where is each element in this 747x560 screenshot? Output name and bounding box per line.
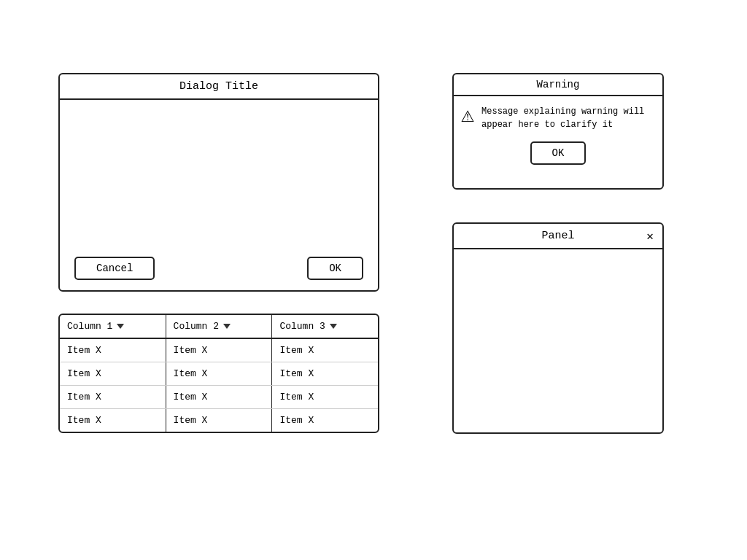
- table-cell-3-0: Item X: [60, 409, 166, 432]
- dialog-title: Dialog Title: [179, 80, 258, 93]
- page-container: Dialog Title Cancel OK Warning ⚠ Message…: [0, 0, 747, 560]
- column1-sort-icon[interactable]: [117, 324, 124, 329]
- panel-title: Panel: [541, 230, 574, 242]
- table-header-row: Column 1 Column 2 Column 3: [60, 315, 378, 338]
- panel-title-bar: Panel ✕: [454, 224, 662, 249]
- cancel-button[interactable]: Cancel: [74, 257, 155, 280]
- warning-icon: ⚠: [461, 105, 474, 127]
- table-row: Item XItem XItem X: [60, 362, 378, 386]
- table-cell-1-2: Item X: [272, 362, 378, 386]
- warning-ok-button[interactable]: OK: [530, 141, 587, 165]
- dialog: Dialog Title Cancel OK: [58, 73, 379, 292]
- dialog-title-bar: Dialog Title: [60, 74, 378, 100]
- ok-button[interactable]: OK: [307, 257, 363, 280]
- table-row: Item XItem XItem X: [60, 338, 378, 362]
- panel: Panel ✕: [452, 222, 664, 434]
- table-cell-2-0: Item X: [60, 386, 166, 409]
- table-cell-3-1: Item X: [166, 409, 272, 432]
- table-body: Item XItem XItem XItem XItem XItem XItem…: [60, 338, 378, 432]
- table-container: Column 1 Column 2 Column 3: [58, 314, 379, 433]
- table-row: Item XItem XItem X: [60, 386, 378, 409]
- dialog-footer: Cancel OK: [60, 246, 378, 290]
- table-cell-1-0: Item X: [60, 362, 166, 386]
- warning-message: Message explaining warning will appear h…: [481, 105, 655, 131]
- warning-title-bar: Warning: [454, 74, 662, 96]
- warning-title: Warning: [537, 79, 580, 90]
- table-cell-0-2: Item X: [272, 338, 378, 362]
- panel-close-button[interactable]: ✕: [646, 229, 654, 244]
- table-cell-1-1: Item X: [166, 362, 272, 386]
- column2-sort-icon[interactable]: [223, 324, 231, 329]
- table-cell-2-1: Item X: [166, 386, 272, 409]
- panel-body: [454, 249, 662, 417]
- warning-dialog: Warning ⚠ Message explaining warning wil…: [452, 73, 664, 190]
- column3-sort-icon[interactable]: [330, 324, 337, 329]
- table-cell-0-0: Item X: [60, 338, 166, 362]
- table-row: Item XItem XItem X: [60, 409, 378, 432]
- column-header-3[interactable]: Column 3: [272, 315, 378, 338]
- dialog-body: [60, 100, 378, 246]
- table-head: Column 1 Column 2 Column 3: [60, 315, 378, 338]
- data-table: Column 1 Column 2 Column 3: [60, 315, 378, 432]
- column-header-2[interactable]: Column 2: [166, 315, 272, 338]
- table-cell-2-2: Item X: [272, 386, 378, 409]
- column-header-1[interactable]: Column 1: [60, 315, 166, 338]
- table-cell-3-2: Item X: [272, 409, 378, 432]
- table-cell-0-1: Item X: [166, 338, 272, 362]
- warning-footer: OK: [454, 137, 662, 169]
- warning-body: ⚠ Message explaining warning will appear…: [454, 96, 662, 137]
